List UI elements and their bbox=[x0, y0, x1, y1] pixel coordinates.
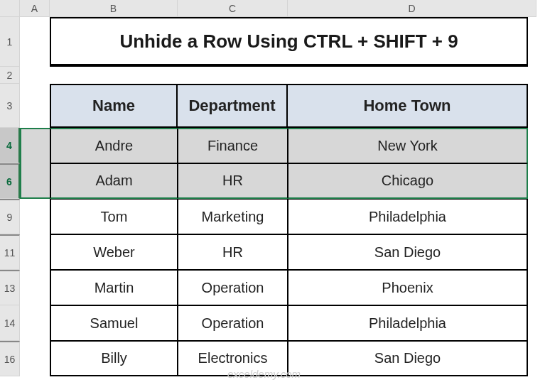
cell-name-3[interactable]: Weber bbox=[50, 234, 178, 270]
row-header-14[interactable]: 14 bbox=[0, 305, 20, 341]
row-header-1[interactable]: 1 bbox=[0, 17, 20, 67]
cell-A14[interactable] bbox=[20, 305, 50, 341]
cell-A9[interactable] bbox=[20, 199, 50, 234]
cell-name-5[interactable]: Samuel bbox=[50, 305, 178, 341]
cell-dept-2[interactable]: Marketing bbox=[178, 199, 288, 234]
cell-home-2[interactable]: Philadelphia bbox=[288, 199, 528, 234]
col-header-D[interactable]: D bbox=[288, 0, 536, 17]
cell-A11[interactable] bbox=[20, 234, 50, 270]
cell-dept-0[interactable]: Finance bbox=[178, 128, 288, 163]
row-header-3[interactable]: 3 bbox=[0, 84, 20, 128]
select-all-corner[interactable] bbox=[0, 0, 20, 17]
cell-dept-3[interactable]: HR bbox=[178, 234, 288, 270]
table-header-department[interactable]: Department bbox=[178, 84, 288, 128]
col-header-A[interactable]: A bbox=[20, 0, 50, 17]
cell-home-4[interactable]: Phoenix bbox=[288, 270, 528, 305]
table-header-name[interactable]: Name bbox=[50, 84, 178, 128]
cell-name-1[interactable]: Adam bbox=[50, 163, 178, 199]
cell-C2[interactable] bbox=[178, 67, 288, 84]
cell-A2[interactable] bbox=[20, 67, 50, 84]
cell-B2[interactable] bbox=[50, 67, 178, 84]
cell-name-0[interactable]: Andre bbox=[50, 128, 178, 163]
row-header-4[interactable]: 4 bbox=[0, 128, 20, 163]
cell-dept-4[interactable]: Operation bbox=[178, 270, 288, 305]
spreadsheet-grid: A B C D 1 Unhide a Row Using CTRL + SHIF… bbox=[0, 0, 545, 376]
cell-A1[interactable] bbox=[20, 17, 50, 67]
row-header-2[interactable]: 2 bbox=[0, 67, 20, 84]
page-title: Unhide a Row Using CTRL + SHIFT + 9 bbox=[50, 17, 528, 67]
row-header-16[interactable]: 16 bbox=[0, 341, 20, 376]
cell-name-4[interactable]: Martin bbox=[50, 270, 178, 305]
cell-D2[interactable] bbox=[288, 67, 536, 84]
cell-name-6[interactable]: Billy bbox=[50, 341, 178, 376]
col-header-B[interactable]: B bbox=[50, 0, 178, 17]
cell-name-2[interactable]: Tom bbox=[50, 199, 178, 234]
cell-home-0[interactable]: New York bbox=[288, 128, 528, 163]
row-header-9[interactable]: 9 bbox=[0, 199, 20, 234]
col-header-C[interactable]: C bbox=[178, 0, 288, 17]
table-header-hometown[interactable]: Home Town bbox=[288, 84, 528, 128]
cell-home-3[interactable]: San Diego bbox=[288, 234, 528, 270]
cell-A16[interactable] bbox=[20, 341, 50, 376]
cell-home-5[interactable]: Philadelphia bbox=[288, 305, 528, 341]
cell-dept-6[interactable]: Electronics bbox=[178, 341, 288, 376]
cell-A3[interactable] bbox=[20, 84, 50, 128]
cell-A4[interactable] bbox=[20, 128, 50, 163]
row-header-13[interactable]: 13 bbox=[0, 270, 20, 305]
cell-A13[interactable] bbox=[20, 270, 50, 305]
row-header-11[interactable]: 11 bbox=[0, 234, 20, 270]
cell-home-1[interactable]: Chicago bbox=[288, 163, 528, 199]
row-header-6[interactable]: 6 bbox=[0, 163, 20, 199]
cell-home-6[interactable]: San Diego bbox=[288, 341, 528, 376]
cell-dept-1[interactable]: HR bbox=[178, 163, 288, 199]
cell-A6[interactable] bbox=[20, 163, 50, 199]
cell-dept-5[interactable]: Operation bbox=[178, 305, 288, 341]
